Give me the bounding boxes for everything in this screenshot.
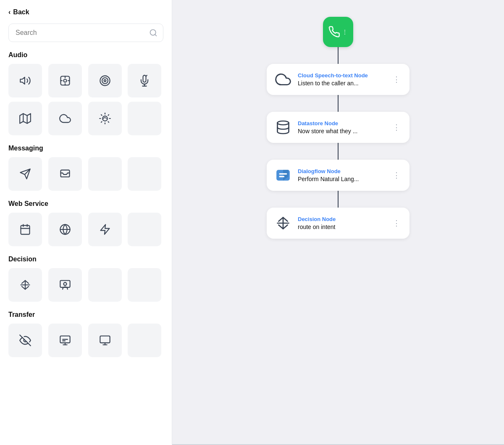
- svg-marker-2: [20, 77, 25, 84]
- flow-node-datastore[interactable]: Datastore Node Now store what they ... ⋮: [267, 112, 410, 143]
- transfer-grid: [8, 324, 163, 357]
- svg-marker-15: [20, 113, 31, 123]
- decision-desc: route on intent: [298, 224, 385, 230]
- dialogflow-menu-icon[interactable]: ⋮: [391, 169, 402, 182]
- tile-screen-person[interactable]: [48, 268, 82, 302]
- back-button[interactable]: ‹ Back: [8, 8, 163, 16]
- tile-send[interactable]: [8, 157, 42, 191]
- flow-node-decision[interactable]: Decision Node route on intent ⋮: [267, 208, 410, 239]
- tile-bolt[interactable]: [88, 213, 122, 246]
- dialogflow-icon: [274, 166, 292, 184]
- datastore-icon: [274, 118, 292, 136]
- back-chevron-icon: ‹: [8, 8, 10, 16]
- tile-sun-spin[interactable]: [88, 102, 122, 135]
- dialogflow-desc: Perform Natural Lang...: [298, 176, 385, 182]
- back-label: Back: [13, 8, 29, 16]
- category-decision: Decision: [8, 255, 163, 311]
- tile-cloud[interactable]: [48, 102, 82, 135]
- flow-node-cloud-speech[interactable]: Cloud Speech-to-text Node Listen to the …: [267, 64, 410, 95]
- connector-line-1: [338, 47, 339, 64]
- tile-volume[interactable]: [8, 64, 42, 97]
- tile-record-settings[interactable]: [48, 64, 82, 97]
- svg-point-11: [104, 80, 106, 82]
- cloud-speech-icon: [274, 71, 292, 88]
- svg-rect-54: [279, 176, 285, 177]
- decision-title: Decision Node: [298, 216, 385, 222]
- category-audio: Audio: [8, 51, 163, 145]
- category-audio-label: Audio: [8, 51, 163, 59]
- tile-monitor[interactable]: [88, 324, 122, 357]
- svg-rect-53: [279, 173, 287, 174]
- svg-rect-29: [60, 170, 69, 177]
- svg-line-14: [146, 75, 147, 76]
- decision-node-icon: [274, 214, 292, 232]
- svg-point-4: [63, 79, 66, 82]
- category-web-service: Web Service: [8, 200, 163, 255]
- flow-canvas: ⋮ Cloud Speech-to-text Node Listen to th…: [172, 0, 504, 445]
- web-service-grid: [8, 213, 163, 246]
- svg-line-21: [101, 115, 102, 116]
- cloud-speech-content: Cloud Speech-to-text Node Listen to the …: [298, 72, 385, 87]
- category-web-service-label: Web Service: [8, 200, 163, 208]
- svg-rect-30: [21, 226, 30, 234]
- audio-grid: [8, 64, 163, 135]
- svg-rect-47: [100, 336, 110, 343]
- dialogflow-title: Dialogflow Node: [298, 168, 385, 174]
- start-node[interactable]: ⋮: [323, 17, 353, 47]
- tile-msg-empty2: [128, 157, 161, 191]
- category-transfer-label: Transfer: [8, 311, 163, 319]
- tile-mic[interactable]: [128, 64, 161, 97]
- cloud-speech-menu-icon[interactable]: ⋮: [391, 73, 402, 86]
- search-input[interactable]: [8, 24, 163, 42]
- tile-audio-empty: [128, 102, 161, 135]
- svg-point-10: [102, 78, 108, 84]
- cloud-speech-desc: Listen to the caller an...: [298, 80, 385, 87]
- tile-ws-empty: [128, 213, 161, 246]
- messaging-grid: [8, 157, 163, 191]
- svg-line-26: [108, 115, 109, 116]
- tile-map[interactable]: [8, 102, 42, 135]
- connector-line-3: [338, 143, 339, 160]
- category-decision-label: Decision: [8, 255, 163, 263]
- tile-calendar[interactable]: [8, 213, 42, 246]
- dialogflow-content: Dialogflow Node Perform Natural Lang...: [298, 168, 385, 182]
- datastore-desc: Now store what they ...: [298, 128, 385, 134]
- decision-grid: [8, 268, 163, 302]
- tile-dec-empty1: [88, 268, 122, 302]
- tile-eye-off[interactable]: [8, 324, 42, 357]
- svg-point-9: [100, 76, 110, 85]
- category-transfer: Transfer: [8, 311, 163, 366]
- decision-content: Decision Node route on intent: [298, 216, 385, 230]
- sidebar: ‹ Back Audio: [0, 0, 172, 445]
- svg-marker-36: [100, 224, 109, 234]
- tile-monitor-dash[interactable]: [48, 324, 82, 357]
- category-messaging: Messaging: [8, 145, 163, 200]
- tile-dec-empty2: [128, 268, 161, 302]
- tile-trans-empty: [128, 324, 161, 357]
- search-wrapper: [8, 24, 163, 42]
- connector-line-4: [338, 191, 339, 208]
- svg-point-50: [278, 121, 289, 125]
- svg-point-40: [63, 282, 66, 285]
- cloud-speech-title: Cloud Speech-to-text Node: [298, 72, 385, 79]
- tile-split[interactable]: [8, 268, 42, 302]
- flow-node-dialogflow[interactable]: Dialogflow Node Perform Natural Lang... …: [267, 160, 410, 191]
- datastore-content: Datastore Node Now store what they ...: [298, 120, 385, 134]
- svg-line-22: [108, 121, 109, 122]
- category-messaging-label: Messaging: [8, 145, 163, 152]
- start-node-icon: ⋮: [328, 26, 348, 38]
- datastore-menu-icon[interactable]: ⋮: [391, 121, 402, 134]
- decision-menu-icon[interactable]: ⋮: [391, 217, 402, 229]
- tile-inbox[interactable]: [48, 157, 82, 191]
- connector-line-2: [338, 95, 339, 112]
- tile-msg-empty1: [88, 157, 122, 191]
- svg-line-25: [101, 121, 102, 122]
- datastore-title: Datastore Node: [298, 120, 385, 126]
- svg-rect-39: [60, 281, 70, 287]
- tile-target[interactable]: [88, 64, 122, 97]
- flow-container: ⋮ Cloud Speech-to-text Node Listen to th…: [262, 17, 414, 239]
- tile-globe[interactable]: [48, 213, 82, 246]
